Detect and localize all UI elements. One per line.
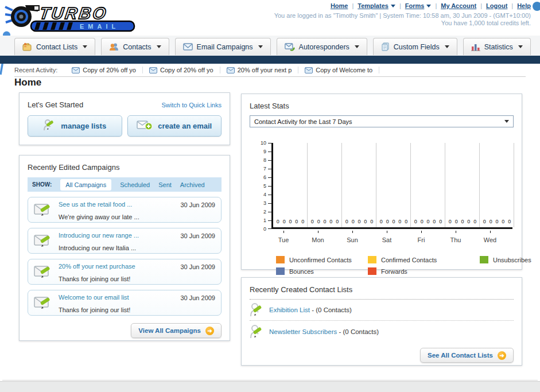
- value-label: 0: [358, 219, 360, 224]
- contact-activity-chart: 109876543210 000000000000000000000000000…: [250, 143, 514, 229]
- y-axis-tick-label: 9: [263, 149, 266, 154]
- legend-label: Bounces: [289, 268, 314, 275]
- legend-label: Unsubscribes: [493, 257, 531, 263]
- campaign-title-link[interactable]: Welcome to our email list: [59, 294, 129, 301]
- legend-item: Confirmed Contacts: [368, 256, 480, 263]
- campaign-date: 30 Jun 2009: [180, 263, 215, 270]
- navy-divider-bar: [0, 56, 540, 64]
- main-nav: Contact Lists Contacts Email Campaigns A…: [0, 36, 540, 56]
- header-link-logout[interactable]: Logout: [486, 2, 507, 9]
- nav-tab-statistics[interactable]: Statistics: [463, 38, 531, 55]
- campaign-filter-scheduled[interactable]: Scheduled: [120, 181, 150, 188]
- campaign-filter-sent[interactable]: Sent: [158, 181, 172, 188]
- recent-activity-item[interactable]: Copy of Welcome to: [298, 67, 379, 73]
- x-axis-tick: [283, 231, 284, 233]
- create-email-button[interactable]: create an email: [127, 115, 222, 137]
- campaign-filter-all-campaigns[interactable]: All Campaigns: [60, 179, 111, 191]
- contact-list-name-link[interactable]: Exhibition List: [269, 306, 310, 313]
- nav-tab-email-campaigns[interactable]: Email Campaigns: [175, 38, 271, 55]
- campaign-item[interactable]: Introducing our new range ... Introducin…: [28, 228, 222, 254]
- x-axis-category: Thu: [438, 231, 473, 244]
- nav-tab-contact-lists[interactable]: Contact Lists: [14, 38, 95, 55]
- person-pencil-icon: [250, 324, 263, 339]
- nav-tab-contacts[interactable]: Contacts: [101, 38, 169, 55]
- switch-quick-links-link[interactable]: Switch to Quick Links: [161, 102, 222, 108]
- see-all-contact-lists-label: See All Contact Lists: [428, 352, 493, 359]
- value-label: 0: [380, 219, 383, 224]
- header-link-my-account[interactable]: My Account: [441, 2, 476, 9]
- y-axis-tick: [268, 169, 271, 169]
- nav-tab-custom-fields[interactable]: Custom Fields: [373, 38, 457, 55]
- gridline: [341, 143, 342, 227]
- value-label: 0: [345, 219, 348, 224]
- y-axis-tick-label: 2: [263, 209, 266, 215]
- nav-tab-label: Autoresponders: [299, 43, 349, 51]
- get-started-title: Let's Get Started: [28, 100, 83, 109]
- recent-activity-bar: Recent Activity: Copy of 20% off yo Copy…: [14, 64, 526, 76]
- envelope-pencil-icon: [34, 233, 53, 249]
- campaign-title-link[interactable]: 20% off your next purchase: [59, 263, 135, 270]
- campaign-filter-archived[interactable]: Archived: [180, 181, 205, 188]
- value-label: 0: [405, 219, 407, 224]
- separator: |: [435, 2, 437, 9]
- value-labels-row: 00000: [445, 219, 480, 224]
- dropdown-arrow-icon: [504, 120, 509, 123]
- legend-label: Unconfirmed Contacts: [289, 257, 352, 263]
- header-link-help[interactable]: Help: [517, 2, 531, 9]
- value-label: 0: [336, 219, 339, 224]
- campaign-item[interactable]: See us at the retail food ... We're givi…: [28, 197, 222, 223]
- chevron-down-icon: [445, 45, 449, 48]
- nav-tab-autoresponders[interactable]: Autoresponders: [277, 38, 367, 55]
- campaign-subtitle: Thanks for joining our list!: [59, 306, 130, 313]
- value-label: 0: [311, 219, 314, 224]
- header-link-forms[interactable]: Forms: [405, 2, 432, 9]
- get-started-panel: Let's Get Started Switch to Quick Links …: [19, 92, 230, 145]
- header-link-templates[interactable]: Templates: [358, 2, 395, 9]
- manage-lists-button[interactable]: manage lists: [28, 115, 122, 137]
- view-all-campaigns-button[interactable]: View All Campaigns ➜: [131, 323, 222, 338]
- stats-metric-select[interactable]: Contact Activity for the Last 7 Days: [250, 115, 514, 127]
- recent-activity-item[interactable]: Copy of 20% off yo: [143, 67, 220, 73]
- campaign-item[interactable]: Welcome to our email list Thanks for joi…: [28, 290, 222, 316]
- y-axis-tick-label: 6: [263, 174, 266, 180]
- y-axis-tick: [268, 186, 271, 187]
- value-label: 0: [502, 219, 504, 224]
- activity-item-label: Copy of Welcome to: [316, 67, 372, 73]
- contact-list-item[interactable]: Newsletter Subscribers - (0 Contacts): [250, 321, 514, 342]
- autoresponders-icon: [285, 43, 295, 51]
- credits-text: You have 1,000 total credits left.: [441, 20, 531, 26]
- campaign-item[interactable]: 20% off your next purchase Thanks for jo…: [28, 259, 222, 285]
- value-label: 0: [289, 219, 292, 224]
- contact-list-count: (0 Contacts): [343, 328, 379, 335]
- x-axis-category: Tue: [266, 231, 301, 244]
- value-labels-row: 00000: [411, 219, 445, 224]
- value-label: 0: [449, 219, 452, 224]
- contact-list-item[interactable]: Exhibition List - (0 Contacts): [250, 300, 514, 321]
- y-axis-tick: [268, 143, 271, 143]
- legend-item: Bounces: [276, 267, 368, 275]
- see-all-contact-lists-button[interactable]: See All Contact Lists ➜: [420, 348, 514, 363]
- divider: [14, 76, 526, 77]
- contact-list-name-link[interactable]: Newsletter Subscribers: [269, 328, 337, 335]
- campaign-subtitle: Introducing our new Italia ...: [59, 244, 136, 251]
- campaign-title-link[interactable]: See us at the retail food ...: [59, 201, 132, 208]
- y-axis-tick: [268, 228, 271, 229]
- envelope-pencil-icon: [34, 295, 53, 311]
- header-link-home[interactable]: Home: [331, 2, 348, 9]
- login-status-text: You are logged in as "Timothy Smith" | S…: [274, 12, 531, 19]
- nav-tab-label: Statistics: [484, 43, 513, 51]
- recent-activity-item[interactable]: 20% off your next p: [220, 67, 299, 73]
- value-labels-row: 00000: [376, 219, 411, 224]
- person-pencil-icon: [250, 302, 263, 317]
- value-labels-row: 00000: [308, 219, 342, 224]
- manage-lists-label: manage lists: [61, 122, 106, 130]
- separator: |: [480, 2, 482, 9]
- nav-tab-label: Email Campaigns: [197, 43, 253, 51]
- legend-swatch: [276, 256, 285, 263]
- y-axis-tick: [268, 195, 271, 195]
- campaign-title-link[interactable]: Introducing our new range ...: [59, 232, 139, 239]
- recent-activity-item[interactable]: Copy of 20% off yo: [65, 67, 143, 73]
- legend-item: Unsubscribes: [480, 256, 531, 263]
- create-email-label: create an email: [158, 122, 212, 130]
- value-label: 0: [301, 219, 304, 224]
